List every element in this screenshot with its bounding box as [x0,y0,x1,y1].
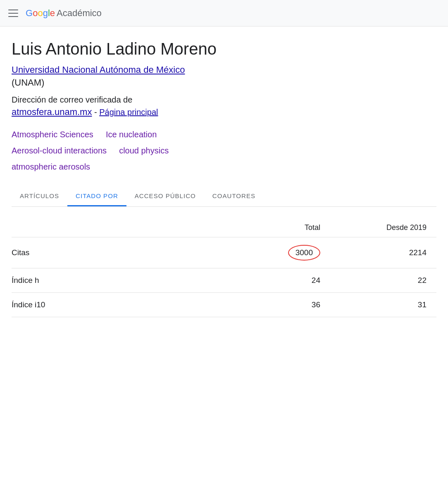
affiliation-link[interactable]: Universidad Nacional Autónoma de México [12,65,185,75]
profile-container: Luis Antonio Ladino Moreno Universidad N… [0,26,448,207]
stats-desde-indice-h: 22 [330,268,436,293]
interest-ice-nucleation[interactable]: Ice nucleation [106,130,157,139]
stats-header-desde: Desde 2019 [330,218,436,237]
author-name: Luis Antonio Ladino Moreno [12,39,436,59]
stats-label-indice-i10: Índice i10 [12,293,224,317]
stats-label-indice-h: Índice h [12,268,224,293]
stats-header-label [12,218,224,237]
interest-row-2: Aerosol-cloud interactions cloud physics [12,146,436,156]
stats-desde-citas: 2214 [330,237,436,268]
logo-letter-g2: g [43,8,48,18]
stats-total-indice-i10: 36 [224,293,330,317]
stats-desde-indice-i10: 31 [330,293,436,317]
stats-header-total: Total [224,218,330,237]
homepage-link[interactable]: Página principal [99,108,158,117]
interest-atmospheric-aerosols[interactable]: atmospheric aerosols [12,162,90,172]
citas-circled-value: 3000 [288,245,320,261]
email-section: Dirección de correo verificada de atmosf… [12,93,436,119]
affiliation-abbr: (UNAM) [12,77,436,89]
logo-letter-o1: o [33,8,38,18]
stats-container: Total Desde 2019 Citas 3000 2214 Índice … [0,207,448,317]
interest-row-3: atmospheric aerosols [12,162,436,172]
stats-total-indice-h: 24 [224,268,330,293]
stats-label-citas: Citas [12,237,224,268]
stats-row-citas: Citas 3000 2214 [12,237,436,268]
interest-cloud-physics[interactable]: cloud physics [119,146,169,156]
interest-row-1: Atmospheric Sciences Ice nucleation [12,130,436,139]
logo-academico-text: Académico [57,8,102,19]
tab-coautores[interactable]: COAUTORES [204,187,264,206]
stats-table: Total Desde 2019 Citas 3000 2214 Índice … [12,218,436,317]
interest-atmospheric-sciences[interactable]: Atmospheric Sciences [12,130,93,139]
menu-button[interactable] [8,8,18,18]
interest-aerosol-cloud[interactable]: Aerosol-cloud interactions [12,146,107,156]
stats-row-indice-h: Índice h 24 22 [12,268,436,293]
stats-total-citas: 3000 [224,237,330,268]
stats-row-indice-i10: Índice i10 36 31 [12,293,436,317]
tabs-container: ARTÍCULOS CITADO POR ACCESO PÚBLICO COAU… [12,187,436,207]
google-scholar-logo: Google Académico [26,8,102,19]
tab-citado-por[interactable]: CITADO POR [67,187,126,206]
email-label: Dirección de correo verificada de [12,95,132,104]
interests-section: Atmospheric Sciences Ice nucleation Aero… [12,130,436,172]
tab-acceso-publico[interactable]: ACCESO PÚBLICO [126,187,204,206]
header: Google Académico [0,0,448,26]
email-separator: - [94,108,99,117]
email-domain-link[interactable]: atmosfera.unam.mx [12,107,92,117]
logo-letter-o2: o [38,8,43,18]
tab-articulos[interactable]: ARTÍCULOS [12,187,67,206]
logo-letter-e: e [50,8,55,18]
logo-letter-g: G [26,8,33,18]
affiliation-section: Universidad Nacional Autónoma de México … [12,64,436,89]
